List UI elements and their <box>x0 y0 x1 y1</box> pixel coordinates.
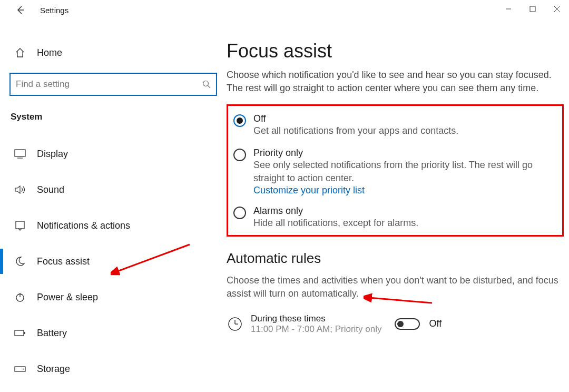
minimize-icon <box>505 6 512 12</box>
clock-icon <box>227 316 243 332</box>
arrow-left-icon <box>15 5 25 15</box>
svg-point-4 <box>203 81 209 86</box>
svg-rect-8 <box>16 221 24 229</box>
window-title: Settings <box>40 6 68 15</box>
page-description: Choose which notification you'd like to … <box>227 68 564 95</box>
sidebar-item-label: Storage <box>37 364 70 375</box>
back-button[interactable] <box>13 3 27 17</box>
radio-option-priority[interactable]: Priority only See only selected notifica… <box>231 148 559 196</box>
home-icon <box>14 47 26 58</box>
window-controls <box>496 0 569 18</box>
sidebar-item-label: Power & sleep <box>37 292 98 303</box>
sidebar-item-label: Focus assist <box>37 256 90 267</box>
customize-priority-link[interactable]: Customize your priority list <box>253 185 559 196</box>
rule-subtitle: 11:00 PM - 7:00 AM; Priority only <box>251 324 382 335</box>
sidebar-item-storage[interactable]: Storage <box>9 351 227 387</box>
sidebar-section-label: System <box>9 112 227 122</box>
radio-label: Off <box>253 113 458 124</box>
radio-option-off[interactable]: Off Get all notifications from your apps… <box>231 113 559 138</box>
svg-rect-11 <box>15 330 24 336</box>
radio-option-alarms[interactable]: Alarms only Hide all notifications, exce… <box>231 205 559 230</box>
sound-icon <box>14 185 26 194</box>
home-label: Home <box>37 47 62 58</box>
svg-line-5 <box>208 86 211 89</box>
focus-mode-radio-group: Off Get all notifications from your apps… <box>227 104 564 237</box>
moon-icon <box>14 256 26 267</box>
sidebar-item-battery[interactable]: Battery <box>9 315 227 351</box>
rule-toggle[interactable] <box>395 318 420 330</box>
radio-label: Priority only <box>253 148 559 159</box>
automatic-rules-heading: Automatic rules <box>227 250 564 267</box>
radio-description: See only selected notifications from the… <box>253 159 559 185</box>
close-icon <box>554 6 560 12</box>
sidebar-item-focus-assist[interactable]: Focus assist <box>9 243 227 279</box>
battery-icon <box>14 329 26 337</box>
radio-button-alarms[interactable] <box>233 207 246 219</box>
svg-point-14 <box>23 369 24 370</box>
radio-description: Hide all notifications, except for alarm… <box>253 217 418 230</box>
maximize-button[interactable] <box>521 0 545 18</box>
sidebar-item-label: Display <box>37 149 68 160</box>
radio-button-priority[interactable] <box>233 149 246 161</box>
search-input[interactable] <box>16 79 202 90</box>
close-button[interactable] <box>545 0 569 18</box>
svg-rect-12 <box>24 332 25 334</box>
sidebar-item-sound[interactable]: Sound <box>9 172 227 208</box>
rule-toggle-label: Off <box>429 318 442 329</box>
sidebar-item-display[interactable]: Display <box>9 136 227 172</box>
search-icon <box>202 80 211 89</box>
sidebar: Home System Display Sound Notifications … <box>0 20 227 392</box>
sidebar-item-label: Notifications & actions <box>37 220 130 231</box>
notifications-icon <box>14 220 26 231</box>
sidebar-item-power[interactable]: Power & sleep <box>9 279 227 315</box>
radio-button-off[interactable] <box>233 114 246 127</box>
sidebar-item-label: Sound <box>37 184 64 195</box>
storage-icon <box>14 365 26 373</box>
rule-label: During these times <box>251 313 382 324</box>
search-input-container[interactable] <box>9 73 217 96</box>
page-title: Focus assist <box>227 40 564 62</box>
titlebar: Settings <box>0 0 569 20</box>
maximize-icon <box>529 6 536 12</box>
svg-rect-6 <box>15 150 25 156</box>
radio-label: Alarms only <box>253 205 418 217</box>
main-content: Focus assist Choose which notification y… <box>227 20 569 392</box>
power-icon <box>14 292 26 302</box>
svg-rect-1 <box>530 6 535 12</box>
home-nav[interactable]: Home <box>9 40 227 65</box>
sidebar-item-notifications[interactable]: Notifications & actions <box>9 208 227 243</box>
automatic-rules-description: Choose the times and activities when you… <box>227 274 564 300</box>
rule-during-these-times[interactable]: During these times 11:00 PM - 7:00 AM; P… <box>227 313 564 335</box>
minimize-button[interactable] <box>496 0 521 18</box>
display-icon <box>14 149 26 159</box>
radio-description: Get all notifications from your apps and… <box>253 124 458 138</box>
sidebar-item-label: Battery <box>37 328 67 339</box>
